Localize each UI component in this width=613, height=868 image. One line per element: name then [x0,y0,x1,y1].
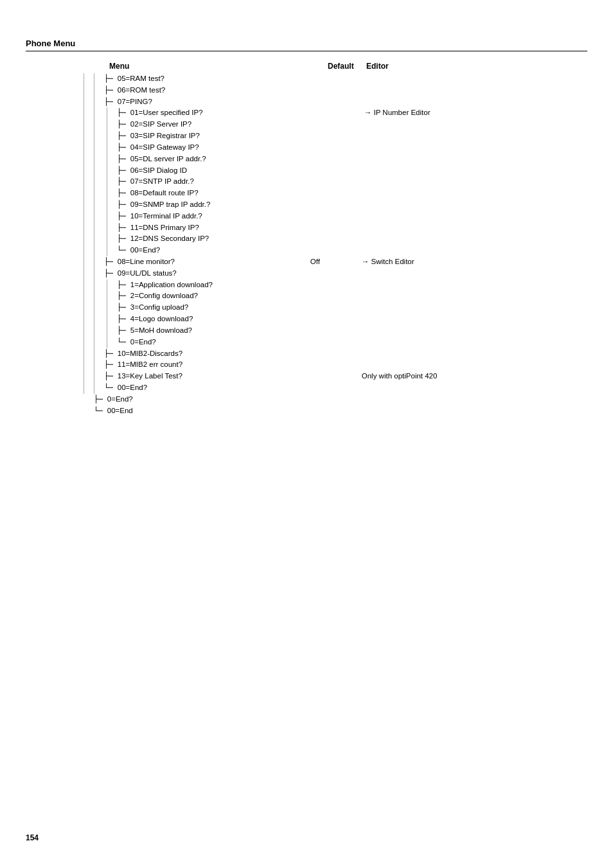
second-sidebar-bar [94,73,103,394]
editor-value [355,73,362,85]
tree-text: 5=MoH download? [130,325,192,337]
default-value [306,245,358,256]
tree-text: 09=SNMP trap IP addr.? [130,199,306,211]
tree-text: 08=Default route IP? [130,188,306,199]
list-item: ├─ 05=RAM test? [104,73,587,85]
tree-prefix: ├─ [104,268,118,279]
tree-prefix: ├─ [117,165,130,177]
tree-prefix: ├─ [117,199,130,211]
tree-text: 07=PING? [118,96,304,108]
tree-text: 11=MIB2 err count? [118,359,304,371]
default-value: Off [304,256,355,268]
editor-value [355,348,362,360]
tree-prefix: └─ [104,382,118,394]
tree-prefix: ├─ [104,371,118,382]
default-value [306,119,358,130]
tree-text: 08=Line monitor? [118,256,304,268]
tree-prefix: ├─ [117,176,130,188]
list-item: ├─ 3=Config upload? [117,302,587,314]
tree-prefix: ├─ [94,394,107,405]
tree-text: 00=End [107,405,133,417]
default-value [306,199,358,211]
tree-prefix: ├─ [117,119,130,130]
page-number: 154 [26,833,39,842]
editor-value [358,119,364,130]
list-item: ├─ 08=Default route IP? [117,188,587,199]
list-item: ├─ 04=SIP Gateway IP? [117,142,587,154]
tree-text: 11=DNS Primary IP? [130,222,306,234]
list-item: ├─ 1=Application download? [117,279,587,291]
editor-value [358,176,364,188]
tree-text: 09=UL/DL status? [118,268,304,279]
default-value [304,348,355,360]
tree-text: 05=RAM test? [118,73,304,85]
tree-prefix: └─ [117,337,130,348]
editor-value [358,245,364,256]
tree-text: 03=SIP Registrar IP? [130,130,306,142]
list-item: ├─ 08=Line monitor? Off → Switch Editor [104,256,587,268]
sub-tree-group: ├─ 01=User specified IP? → IP Number Edi… [104,107,587,256]
tree-prefix: ├─ [104,359,118,371]
default-value [304,382,355,394]
list-item: └─ 00=End? [104,382,587,394]
editor-value [355,382,362,394]
list-item: ├─ 12=DNS Secondary IP? [117,233,587,245]
tree-prefix: ├─ [117,211,130,222]
tree-prefix: ├─ [104,256,118,268]
tree-text: 12=DNS Secondary IP? [130,233,306,245]
tree-text: 05=DL server IP addr.? [130,154,306,165]
tree-text: 3=Config upload? [130,302,188,314]
editor-value [358,233,364,245]
tree-text: 06=ROM test? [118,85,304,96]
default-value [306,142,358,154]
list-item: ├─ 2=Config download? [117,290,587,302]
tree-prefix: ├─ [117,279,130,291]
col-header-default: Default [328,62,366,71]
editor-value: → Switch Editor [355,256,414,268]
list-item: ├─ 10=Terminal IP addr.? [117,211,587,222]
sub-tree-items: ├─ 01=User specified IP? → IP Number Edi… [117,107,587,256]
default-value [306,176,358,188]
list-item: ├─ 07=SNTP IP addr.? [117,176,587,188]
tree-text: 2=Config download? [130,290,198,302]
tree-text: 00=End? [118,382,304,394]
section-title: Phone Menu [26,39,587,51]
list-item: ├─ 10=MIB2-Discards? [104,348,587,360]
page-container: Phone Menu Menu Default Editor ├─ 05=RAM… [0,0,613,442]
sub-tree-items-09: ├─ 1=Application download? ├─ 2=Config d… [117,279,587,348]
tree-prefix: ├─ [117,222,130,234]
list-item: ├─ 0=End? [94,394,587,405]
outer-tree: ├─ 0=End? └─ 00=End [94,394,587,417]
editor-value [358,130,364,142]
editor-value [358,142,364,154]
tree-prefix: ├─ [104,96,118,108]
editor-value: Only with optiPoint 420 [355,371,438,382]
list-item: ├─ 07=PING? [104,96,587,108]
tree-prefix: ├─ [117,107,130,119]
editor-value [355,359,362,371]
list-item: ├─ 06=ROM test? [104,85,587,96]
editor-value [355,268,362,279]
list-item: ├─ 09=UL/DL status? [104,268,587,279]
tree-text: 1=Application download? [130,279,213,291]
tree-text: 4=Logo download? [130,314,193,325]
default-value [306,211,358,222]
tree-prefix: └─ [117,245,130,256]
editor-value: → IP Number Editor [358,107,431,119]
tree-text: 10=Terminal IP addr.? [130,211,306,222]
list-item: ├─ 01=User specified IP? → IP Number Edi… [117,107,587,119]
col-header-menu: Menu [109,62,328,71]
list-item: ├─ 5=MoH download? [117,325,587,337]
list-item: ├─ 4=Logo download? [117,314,587,325]
tree-prefix: ├─ [117,154,130,165]
tree-prefix: ├─ [117,302,130,314]
default-value [306,130,358,142]
tree-prefix: ├─ [104,73,118,85]
tree-text: 04=SIP Gateway IP? [130,142,306,154]
tree-prefix: ├─ [117,188,130,199]
editor-value [358,165,364,177]
editor-value [358,188,364,199]
default-value [306,107,358,119]
left-sidebar-bar [84,73,93,394]
list-item: └─ 00=End? [117,245,587,256]
